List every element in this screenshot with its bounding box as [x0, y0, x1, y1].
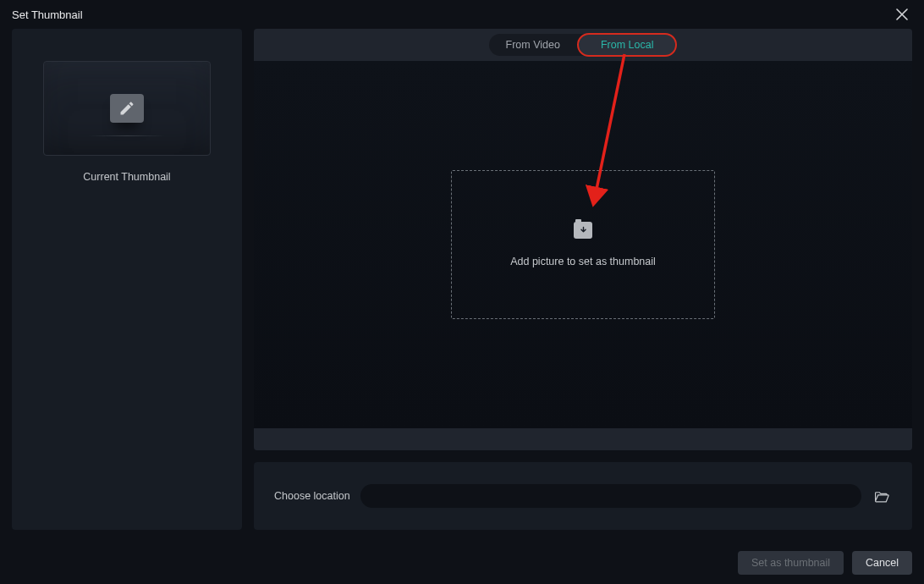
cancel-button[interactable]: Cancel	[852, 551, 912, 575]
current-thumbnail-preview[interactable]	[43, 61, 211, 156]
folder-open-icon	[874, 489, 890, 504]
close-icon	[896, 8, 908, 20]
close-button[interactable]	[892, 4, 912, 25]
pencil-icon	[118, 100, 135, 117]
location-input[interactable]	[360, 484, 861, 508]
folder-download-icon	[574, 222, 592, 239]
dialog-titlebar: Set Thumbnail	[0, 0, 924, 29]
main-panel: From Video From Local Add picture to set…	[254, 29, 912, 530]
source-tabs-pill: From Video From Local	[489, 34, 678, 56]
viewer-footer-strip	[254, 428, 912, 450]
tab-from-video[interactable]: From Video	[489, 34, 577, 56]
dialog-title: Set Thumbnail	[12, 8, 83, 21]
thumbnail-viewer: Add picture to set as thumbnail	[254, 61, 912, 428]
set-as-thumbnail-button[interactable]: Set as thumbnail	[738, 551, 844, 575]
browse-folder-button[interactable]	[872, 486, 892, 506]
dialog-footer: Set as thumbnail Cancel	[0, 542, 924, 584]
dialog-body: Current Thumbnail From Video From Local	[0, 29, 924, 542]
thumbnail-sidebar: Current Thumbnail	[12, 29, 242, 530]
tab-from-local[interactable]: From Local	[577, 33, 678, 57]
reflection-decoration	[89, 135, 165, 136]
choose-location-panel: Choose location	[254, 462, 912, 530]
add-picture-dropzone[interactable]: Add picture to set as thumbnail	[451, 170, 715, 319]
current-thumbnail-label: Current Thumbnail	[83, 171, 170, 183]
source-tabs-bar: From Video From Local	[254, 29, 912, 61]
set-thumbnail-dialog: Set Thumbnail Current Thumbnail	[0, 0, 924, 584]
edit-thumbnail-icon-box	[110, 94, 144, 123]
content-area: From Video From Local Add picture to set…	[254, 29, 912, 450]
dropzone-hint: Add picture to set as thumbnail	[510, 256, 656, 267]
choose-location-label: Choose location	[274, 490, 350, 502]
